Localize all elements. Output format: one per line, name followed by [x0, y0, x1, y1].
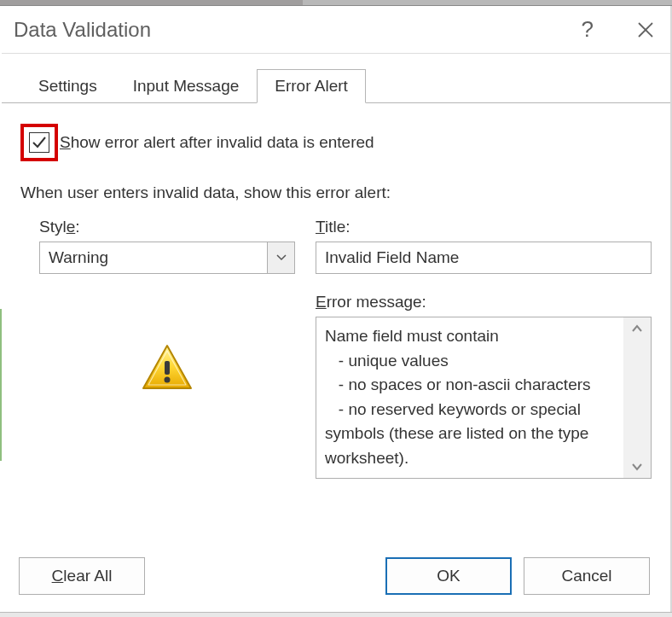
error-message-textarea-wrap: Name field must contain - unique values …: [316, 317, 652, 479]
ok-button[interactable]: OK: [385, 557, 512, 595]
tab-error-alert[interactable]: Error Alert: [257, 69, 366, 103]
scroll-up-button[interactable]: [623, 321, 651, 336]
style-select[interactable]: Warning: [39, 242, 295, 274]
checkmark-icon: [31, 134, 48, 151]
window-top-border: [0, 0, 672, 6]
warning-triangle-icon: [140, 342, 194, 393]
button-bar: Clear All OK Cancel: [0, 542, 670, 610]
dialog-title: Data Validation: [14, 18, 582, 42]
cancel-button[interactable]: Cancel: [524, 557, 650, 595]
tab-strip: Settings Input Message Error Alert: [0, 54, 672, 102]
scroll-down-button[interactable]: [623, 459, 651, 474]
chevron-up-icon: [631, 324, 643, 333]
section-label: When user enters invalid data, show this…: [20, 183, 652, 202]
error-message-label: Error message:: [316, 293, 652, 311]
close-button[interactable]: [634, 19, 657, 41]
tab-settings[interactable]: Settings: [20, 69, 115, 102]
highlight-box: [20, 124, 58, 161]
show-error-alert-row: Show error alert after invalid data is e…: [20, 124, 652, 161]
style-select-value: Warning: [40, 242, 267, 273]
tab-content: Show error alert after invalid data is e…: [2, 102, 670, 479]
show-error-alert-label[interactable]: Show error alert after invalid data is e…: [60, 133, 374, 152]
style-select-dropdown-button[interactable]: [267, 242, 294, 273]
tab-input-message[interactable]: Input Message: [115, 69, 258, 102]
close-icon: [636, 20, 655, 39]
clear-all-button[interactable]: Clear All: [19, 557, 145, 595]
error-message-textarea[interactable]: Name field must contain - unique values …: [316, 317, 623, 478]
svg-point-5: [165, 377, 171, 383]
chevron-down-icon: [631, 463, 643, 471]
title-input[interactable]: [316, 242, 652, 274]
title-label: Title:: [316, 218, 652, 236]
help-button[interactable]: ?: [582, 16, 594, 43]
textarea-scrollbar[interactable]: [623, 317, 651, 478]
chevron-down-icon: [276, 254, 287, 261]
form-grid: Style: Warning: [20, 218, 652, 479]
show-error-alert-checkbox[interactable]: [29, 132, 49, 153]
style-label: Style:: [39, 218, 295, 236]
svg-rect-4: [165, 361, 170, 375]
window-bottom-edge: [0, 612, 672, 617]
warning-icon-preview: [39, 342, 295, 393]
window-left-edge: [0, 6, 2, 612]
title-bar: Data Validation ?: [0, 6, 672, 54]
